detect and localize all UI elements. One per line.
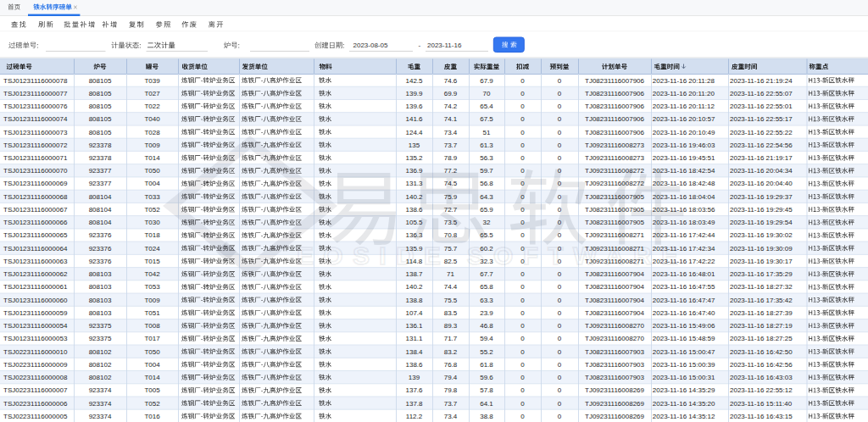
svg-text:0: 0 [520, 348, 525, 356]
svg-text:75.5: 75.5 [444, 297, 458, 304]
svg-text:808102: 808102 [89, 361, 112, 369]
svg-text:TJ08231116007906: TJ08231116007906 [585, 115, 645, 123]
svg-text:T015: T015 [144, 258, 160, 265]
svg-text:TSJ01231116000066: TSJ01231116000066 [3, 219, 68, 226]
svg-text:T028: T028 [144, 129, 160, 136]
svg-text:TSJ02231116000009: TSJ02231116000009 [3, 361, 68, 369]
svg-text:60.2: 60.2 [480, 245, 493, 253]
svg-text:2023-11-16 16:42:56: 2023-11-16 16:42:56 [730, 361, 793, 369]
svg-text:TSJ01231116000073: TSJ01231116000073 [3, 129, 68, 136]
svg-text:2023-11-16 14:35:20: 2023-11-16 14:35:20 [653, 400, 715, 408]
svg-text:T040: T040 [144, 115, 160, 123]
svg-text:83.5: 83.5 [444, 309, 458, 317]
svg-text:59.7: 59.7 [480, 167, 493, 175]
svg-text:TSJ01231116000068: TSJ01231116000068 [3, 193, 68, 201]
svg-text:79.4: 79.4 [444, 374, 458, 381]
svg-text:82.5: 82.5 [444, 258, 458, 265]
svg-text:2023-11-16 19:30:09: 2023-11-16 19:30:09 [730, 245, 793, 253]
svg-text:140.2: 140.2 [405, 283, 423, 291]
svg-text:923374: 923374 [89, 413, 112, 420]
svg-text:TSJ02231116000007: TSJ02231116000007 [3, 386, 68, 394]
svg-text:T053: T053 [144, 283, 160, 291]
svg-text:T027: T027 [144, 90, 160, 97]
svg-text:142.5: 142.5 [405, 77, 423, 85]
svg-text:2023-11-16 17:42:44: 2023-11-16 17:42:44 [653, 231, 715, 239]
svg-text:2023-11-16 18:04:04: 2023-11-16 18:04:04 [653, 193, 715, 201]
svg-text:138.7: 138.7 [405, 270, 423, 278]
svg-text:TSJ01231116000076: TSJ01231116000076 [3, 103, 68, 110]
svg-text:61.3: 61.3 [480, 142, 493, 149]
svg-text:138.6: 138.6 [405, 361, 423, 369]
svg-text:2023-11-16: 2023-11-16 [427, 42, 462, 49]
svg-text:0: 0 [558, 206, 562, 214]
svg-text:69.9: 69.9 [444, 90, 458, 97]
svg-text:0: 0 [558, 103, 562, 110]
svg-text:105.5: 105.5 [405, 219, 423, 226]
svg-text:2023-11-16 17:35:29: 2023-11-16 17:35:29 [730, 270, 793, 278]
svg-text:923378: 923378 [89, 142, 112, 149]
svg-text:2023-11-16 18:03:56: 2023-11-16 18:03:56 [653, 206, 715, 214]
svg-text:74.6: 74.6 [444, 77, 458, 85]
svg-text:61.8: 61.8 [480, 361, 493, 369]
svg-text:79.8: 79.8 [444, 386, 458, 394]
svg-text:65.5: 65.5 [480, 231, 493, 239]
svg-text:T051: T051 [144, 309, 160, 317]
svg-text:TSJ01231116000071: TSJ01231116000071 [3, 154, 68, 162]
svg-text:2023-11-16 14:35:12: 2023-11-16 14:35:12 [653, 413, 715, 420]
svg-text:139.9: 139.9 [405, 90, 423, 97]
svg-text:0: 0 [520, 374, 525, 381]
svg-text:0: 0 [558, 348, 562, 356]
svg-text:2023-11-16 15:00:31: 2023-11-16 15:00:31 [653, 374, 715, 381]
svg-text:0: 0 [520, 361, 525, 369]
svg-text:2023-11-16 21:19:17: 2023-11-16 21:19:17 [730, 154, 793, 162]
svg-text:0: 0 [520, 231, 525, 239]
svg-text:57.8: 57.8 [480, 386, 493, 394]
svg-text:808104: 808104 [89, 219, 112, 226]
svg-text:TJ09231116008271: TJ09231116008271 [585, 231, 645, 239]
svg-text:2023-11-16 20:11:28: 2023-11-16 20:11:28 [653, 77, 715, 85]
svg-text:64.1: 64.1 [480, 400, 493, 408]
svg-text:0: 0 [520, 335, 525, 342]
svg-text:808103: 808103 [89, 270, 112, 278]
svg-text:0: 0 [558, 167, 562, 175]
svg-text:0: 0 [558, 90, 562, 97]
svg-text:2023-11-16 18:42:54: 2023-11-16 18:42:54 [653, 167, 715, 175]
svg-text:67.7: 67.7 [480, 270, 493, 278]
svg-text:137.6: 137.6 [405, 386, 423, 394]
svg-text:TJ08231116007906: TJ08231116007906 [585, 77, 645, 85]
svg-text:T052: T052 [144, 206, 160, 214]
svg-text:64.3: 64.3 [480, 193, 493, 201]
svg-text:2023-11-16 16:43:15: 2023-11-16 16:43:15 [730, 413, 793, 420]
svg-text:136.1: 136.1 [405, 322, 423, 330]
svg-text:2023-11-16 15:11:40: 2023-11-16 15:11:40 [730, 400, 793, 408]
svg-text:73.7: 73.7 [444, 400, 458, 408]
svg-text:TSJ01231116000064: TSJ01231116000064 [3, 245, 68, 253]
svg-text:TSJ01231116000060: TSJ01231116000060 [3, 297, 68, 304]
svg-text:TJ09231116008271: TJ09231116008271 [585, 245, 645, 253]
svg-text:2023-11-16 19:45:51: 2023-11-16 19:45:51 [653, 154, 715, 162]
svg-text:137.8: 137.8 [405, 400, 423, 408]
svg-text:T030: T030 [144, 219, 160, 226]
svg-text:TJ09231116008271: TJ09231116008271 [585, 258, 645, 265]
svg-text:2023-11-16 16:47:40: 2023-11-16 16:47:40 [653, 309, 715, 317]
svg-text:TJ09231116008269: TJ09231116008269 [585, 400, 645, 408]
svg-text:2023-08-05: 2023-08-05 [353, 42, 388, 49]
svg-text:0: 0 [558, 386, 562, 394]
svg-text:46.8: 46.8 [480, 322, 493, 330]
svg-text:0: 0 [520, 115, 525, 123]
svg-text:TJ09231116008269: TJ09231116008269 [585, 386, 645, 394]
svg-text:76.8: 76.8 [444, 361, 458, 369]
svg-text:139: 139 [409, 374, 420, 381]
svg-text:TSJ02231116000010: TSJ02231116000010 [3, 348, 68, 356]
svg-text:TJ09231116008272: TJ09231116008272 [585, 167, 645, 175]
svg-text:65.4: 65.4 [480, 103, 493, 110]
svg-text:808103: 808103 [89, 309, 112, 317]
svg-text:TJ09231116008270: TJ09231116008270 [585, 322, 645, 330]
svg-text:808105: 808105 [89, 90, 112, 97]
svg-text:T042: T042 [144, 270, 160, 278]
svg-text:T052: T052 [144, 400, 160, 408]
svg-text:2023-11-16 15:00:47: 2023-11-16 15:00:47 [653, 348, 715, 356]
svg-text:T050: T050 [144, 348, 160, 356]
svg-text:65.9: 65.9 [480, 206, 493, 214]
svg-text:-: - [419, 42, 421, 49]
